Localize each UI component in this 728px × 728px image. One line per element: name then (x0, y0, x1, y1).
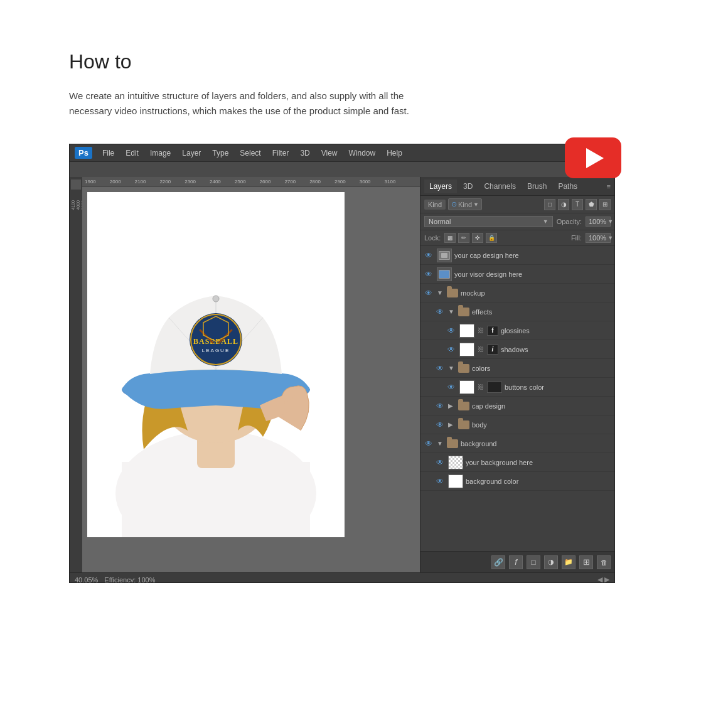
blend-mode-value: Normal (429, 218, 451, 225)
link-layers-button[interactable]: 🔗 (491, 555, 505, 569)
layer-visibility-icon[interactable]: 👁 (434, 306, 446, 318)
tab-layers[interactable]: Layers (424, 179, 457, 193)
tab-3d[interactable]: 3D (458, 179, 478, 193)
layer-name: background color (466, 478, 612, 485)
menu-image[interactable]: Image (145, 147, 176, 159)
photoshop-window: Ps File Edit Image Layer Type Select Fil… (69, 144, 615, 583)
layer-thumbnail (448, 456, 463, 469)
layer-visibility-icon[interactable]: 👁 (446, 382, 457, 393)
layer-thumbnail (437, 267, 452, 281)
layer-item[interactable]: 👁 your background here (420, 453, 614, 472)
layer-visibility-icon[interactable]: 👁 (446, 344, 457, 355)
layer-item[interactable]: 👁 your cap design here (420, 246, 614, 265)
filter-smartobj-icon[interactable]: ⊞ (599, 199, 611, 210)
menu-filter[interactable]: Filter (267, 147, 294, 159)
delete-layer-button[interactable]: 🗑 (597, 555, 611, 569)
page-title: How to (69, 50, 659, 73)
layer-visibility-icon[interactable]: 👁 (446, 325, 457, 336)
layer-visibility-icon[interactable]: 👁 (434, 476, 446, 487)
filter-adjust-icon[interactable]: ◑ (558, 199, 569, 210)
layer-name: buttons color (505, 383, 612, 391)
opacity-input[interactable]: 100% ▼ (586, 217, 611, 227)
ps-canvas-area: 1900 2000 2100 2200 2300 2400 2500 2600 … (82, 177, 420, 572)
add-adjustment-button[interactable]: ◑ (544, 555, 558, 569)
filter-shape-icon[interactable]: ⬟ (586, 199, 597, 210)
ps-menubar: Ps File Edit Image Layer Type Select Fil… (70, 144, 614, 162)
layer-item[interactable]: 👁 ⛓ i shadows (420, 340, 614, 359)
blend-mode-dropdown[interactable]: Normal ▼ (424, 216, 553, 227)
menu-window[interactable]: Window (344, 147, 381, 159)
fill-input[interactable]: 100% ▼ (586, 233, 611, 243)
efficiency-status: Efficiency: 100% (104, 576, 155, 584)
menu-file[interactable]: File (97, 147, 119, 159)
ps-left-toolbar: 5000 4900 4800 4700 4600 4500 4400 4300 … (70, 177, 82, 572)
menu-3d[interactable]: 3D (295, 147, 314, 159)
chain-icon: ⛓ (477, 346, 484, 353)
ps-logo: Ps (75, 147, 92, 159)
add-style-button[interactable]: f (509, 555, 523, 569)
layer-folder-item[interactable]: 👁 ▼ colors (420, 359, 614, 378)
menu-view[interactable]: View (316, 147, 343, 159)
filter-text-icon[interactable]: T (572, 199, 583, 210)
layer-visibility-icon[interactable]: 👁 (423, 438, 434, 449)
layer-folder-item[interactable]: 👁 ▼ mockup (420, 284, 614, 302)
ps-main: 5000 4900 4800 4700 4600 4500 4400 4300 … (70, 177, 614, 572)
menu-help[interactable]: Help (382, 147, 407, 159)
menu-select[interactable]: Select (235, 147, 265, 159)
layer-item[interactable]: 👁 background color (420, 472, 614, 491)
layer-folder-item[interactable]: 👁 ▶ cap design (420, 397, 614, 415)
page-description: We create an intuitive structure of laye… (69, 88, 420, 119)
menu-layer[interactable]: Layer (177, 147, 206, 159)
kind-filter-row: Kind ⊙ Kind ▼ □ ◑ T ⬟ ⊞ (420, 196, 614, 213)
lock-transparent-icon[interactable]: ▩ (444, 233, 456, 243)
menu-edit[interactable]: Edit (120, 147, 144, 159)
tab-paths[interactable]: Paths (553, 179, 582, 193)
blend-opacity-row: Normal ▼ Opacity: 100% ▼ (420, 213, 614, 230)
layer-item[interactable]: 👁 ⛓ buttons color (420, 378, 614, 397)
layer-item[interactable]: 👁 ⛓ f glossines (420, 321, 614, 340)
layer-folder-item[interactable]: 👁 ▶ body (420, 415, 614, 434)
layer-visibility-icon[interactable]: 👁 (434, 419, 446, 431)
panel-tabs: Layers 3D Channels Brush Paths ≡ (420, 177, 614, 196)
lock-icons: ▩ ✏ ✜ 🔒 (444, 233, 497, 243)
tab-channels[interactable]: Channels (479, 179, 521, 193)
layer-visibility-icon[interactable]: 👁 (434, 400, 446, 412)
layer-name: your cap design here (454, 252, 612, 259)
layer-thumbnail (459, 343, 474, 356)
play-triangle-icon (586, 148, 604, 168)
layer-name: your visor design here (454, 270, 612, 278)
lock-position-icon[interactable]: ✜ (472, 233, 483, 243)
svg-text:LEAGUE: LEAGUE (202, 348, 230, 353)
kind-filter-icons: □ ◑ T ⬟ ⊞ (544, 199, 611, 210)
add-mask-button[interactable]: □ (527, 555, 540, 569)
layer-visibility-icon[interactable]: 👁 (423, 269, 434, 280)
svg-point-13 (213, 296, 219, 302)
layer-visibility-icon[interactable]: 👁 (423, 250, 434, 261)
lock-brush-icon[interactable]: ✏ (458, 233, 469, 243)
layer-visibility-icon[interactable]: 👁 (434, 363, 446, 374)
chain-icon: ⛓ (477, 327, 484, 334)
zoom-level: 40,05% (75, 576, 98, 584)
filter-pixel-icon[interactable]: □ (544, 199, 555, 210)
layer-thumbnail (448, 474, 463, 488)
menu-type[interactable]: Type (207, 147, 233, 159)
lock-fill-row: Lock: ▩ ✏ ✜ 🔒 Fill: 100% ▼ (420, 230, 614, 246)
new-group-button[interactable]: 📁 (562, 555, 575, 569)
layer-thumbnail (437, 249, 452, 262)
layer-visibility-icon[interactable]: 👁 (434, 457, 446, 468)
layer-item[interactable]: 👁 your visor design here (420, 265, 614, 284)
layer-folder-item[interactable]: 👁 ▼ background (420, 434, 614, 453)
layer-visibility-icon[interactable]: 👁 (423, 287, 434, 299)
panel-menu-icon[interactable]: ≡ (607, 183, 611, 190)
ps-titlebar: — □ ✕ (70, 162, 614, 177)
youtube-play-button[interactable] (565, 137, 621, 178)
fill-label: Fill: (571, 234, 582, 242)
lock-all-icon[interactable]: 🔒 (486, 233, 497, 243)
layer-name: your background here (466, 459, 612, 466)
tab-brush[interactable]: Brush (522, 179, 552, 193)
opacity-label: Opacity: (557, 218, 582, 225)
layer-folder-name: cap design (472, 402, 612, 410)
new-layer-button[interactable]: ⊞ (579, 555, 593, 569)
layer-folder-item[interactable]: 👁 ▼ effects (420, 302, 614, 321)
layer-thumbnail (459, 324, 474, 338)
